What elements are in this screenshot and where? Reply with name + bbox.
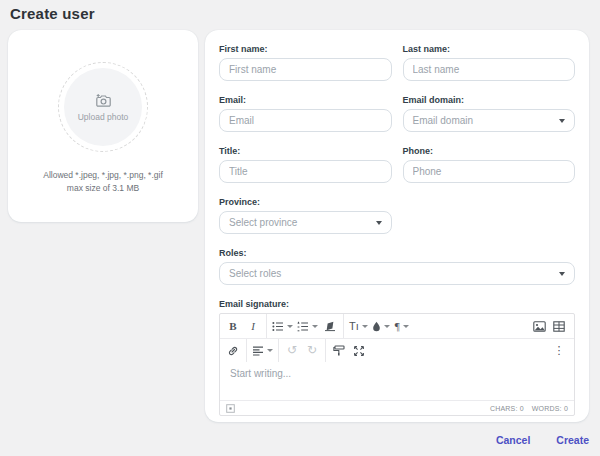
title-label: Title:: [219, 146, 392, 156]
toolbar-group-history: ↺ ↻: [279, 339, 326, 362]
chevron-down-icon: [287, 325, 293, 328]
font-size-button[interactable]: Tı: [347, 316, 370, 336]
italic-button[interactable]: I: [243, 316, 263, 336]
editor-content-area[interactable]: Start writing...: [220, 362, 574, 400]
email-domain-select[interactable]: Email domain: [403, 109, 576, 132]
format-painter-icon-button[interactable]: [329, 341, 349, 361]
email-signature-field-group: Email signature: B I: [219, 299, 575, 416]
toolbar-group-insert: [526, 314, 574, 338]
insert-link-button[interactable]: [223, 341, 243, 361]
resize-handle-icon[interactable]: [226, 404, 235, 413]
roles-placeholder: Select roles: [229, 268, 281, 279]
phone-input[interactable]: [403, 160, 576, 183]
email-input[interactable]: [219, 109, 392, 132]
eraser-icon-button[interactable]: [320, 316, 340, 336]
editor-status-bar: CHARS: 0 WORDS: 0: [220, 400, 574, 415]
upload-hint-size: max size of 3.1 MB: [8, 182, 198, 195]
add-photo-camera-icon: [95, 93, 112, 108]
email-domain-label: Email domain:: [403, 95, 576, 105]
insert-image-button[interactable]: [529, 316, 549, 336]
chevron-down-icon: [362, 325, 368, 328]
char-count: CHARS: 0: [490, 405, 524, 412]
chevron-down-icon: [376, 221, 382, 225]
first-name-field-group: First name:: [219, 44, 392, 81]
upload-photo-label: Upload photo: [78, 112, 129, 122]
upload-photo-inner[interactable]: Upload photo: [64, 68, 142, 146]
first-name-input[interactable]: [219, 58, 392, 81]
title-input[interactable]: [219, 160, 392, 183]
last-name-field-group: Last name:: [403, 44, 576, 81]
paragraph-icon: ¶: [395, 320, 400, 332]
toolbar-group-text-style: B I: [220, 314, 267, 338]
align-left-button[interactable]: [250, 341, 275, 361]
first-name-label: First name:: [219, 44, 392, 54]
chevron-down-icon: [403, 325, 409, 328]
text-color-button[interactable]: [370, 316, 392, 336]
fullscreen-button[interactable]: [349, 341, 369, 361]
undo-button[interactable]: ↺: [282, 341, 302, 361]
cancel-button[interactable]: Cancel: [496, 434, 530, 446]
toolbar-group-lists: [267, 314, 344, 338]
province-label: Province:: [219, 197, 392, 207]
email-signature-label: Email signature:: [219, 299, 575, 309]
email-field-group: Email:: [219, 95, 392, 132]
numbered-list-button[interactable]: [295, 316, 320, 336]
roles-select[interactable]: Select roles: [219, 262, 575, 285]
phone-field-group: Phone:: [403, 146, 576, 183]
last-name-input[interactable]: [403, 58, 576, 81]
create-user-form-card: First name: Last name: Email: Email doma…: [205, 30, 589, 422]
last-name-label: Last name:: [403, 44, 576, 54]
chevron-down-icon: [384, 325, 390, 328]
bullet-list-button[interactable]: [270, 316, 295, 336]
footer-actions: Cancel Create: [496, 434, 589, 446]
toolbar-group-tools: [326, 339, 372, 362]
bold-button[interactable]: B: [223, 316, 243, 336]
chevron-down-icon: [559, 272, 565, 276]
paragraph-format-button[interactable]: ¶: [392, 316, 412, 336]
chevron-down-icon: [267, 349, 273, 352]
province-field-group: Province: Select province: [219, 197, 392, 234]
toolbar-group-more: ⋮: [546, 339, 574, 362]
redo-button[interactable]: ↻: [302, 341, 322, 361]
toolbar-group-align: [247, 339, 279, 362]
province-select[interactable]: Select province: [219, 211, 392, 234]
upload-hint: Allowed *.jpeg, *.jpg, *.png, *.gif max …: [8, 169, 198, 195]
font-size-glyph: Tı: [349, 320, 359, 332]
chevron-down-icon: [559, 119, 565, 123]
title-field-group: Title:: [219, 146, 392, 183]
upload-photo-dropzone[interactable]: Upload photo: [58, 62, 148, 152]
phone-label: Phone:: [403, 146, 576, 156]
roles-label: Roles:: [219, 248, 575, 258]
email-domain-placeholder: Email domain: [413, 115, 474, 126]
province-placeholder: Select province: [229, 217, 297, 228]
insert-table-button[interactable]: [549, 316, 569, 336]
upload-hint-formats: Allowed *.jpeg, *.jpg, *.png, *.gif: [8, 169, 198, 182]
upload-photo-card: Upload photo Allowed *.jpeg, *.jpg, *.pn…: [8, 30, 198, 222]
word-count: WORDS: 0: [532, 405, 568, 412]
create-button[interactable]: Create: [556, 434, 589, 446]
editor-counters: CHARS: 0 WORDS: 0: [490, 405, 568, 412]
email-signature-editor: B I: [219, 313, 575, 416]
chevron-down-icon: [312, 325, 318, 328]
toolbar-group-format: Tı ¶: [344, 314, 415, 338]
editor-toolbar-row-2: ↺ ↻ ⋮: [220, 338, 574, 362]
editor-toolbar-row-1: B I: [220, 314, 574, 338]
email-label: Email:: [219, 95, 392, 105]
toolbar-group-link: [220, 339, 247, 362]
page-title: Create user: [10, 5, 95, 22]
roles-field-group: Roles: Select roles: [219, 248, 575, 285]
more-options-button[interactable]: ⋮: [549, 341, 569, 361]
email-domain-field-group: Email domain: Email domain: [403, 95, 576, 132]
